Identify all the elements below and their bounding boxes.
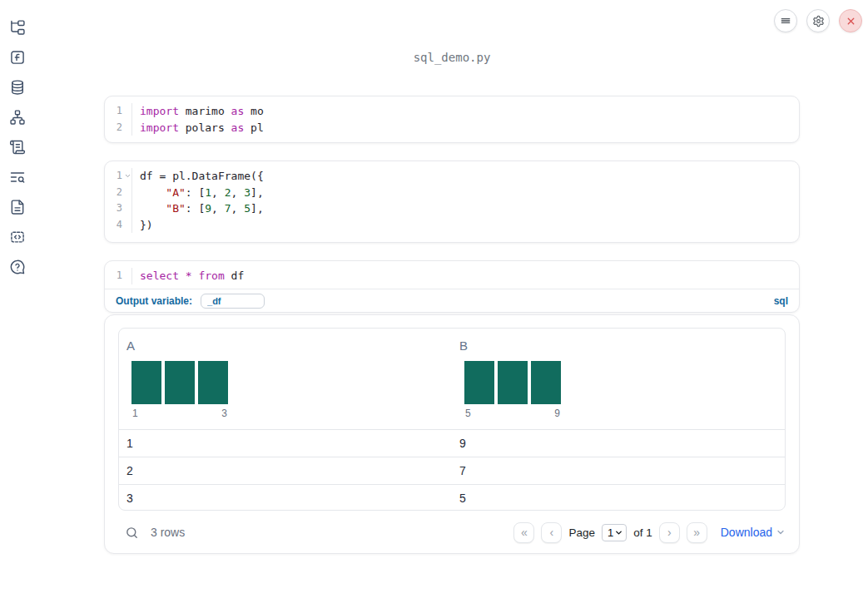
last-page-icon: » (693, 526, 700, 538)
cell-imports: 1 import marimo as mo 2 import polars as… (104, 96, 800, 143)
cell-value: 9 (452, 437, 785, 450)
line-number: 2 (105, 120, 132, 136)
cell-value: 7 (452, 464, 785, 477)
histogram-bar (165, 361, 195, 404)
column-b-histogram: 5 9 (464, 361, 561, 419)
hist-min-label: 1 (132, 408, 138, 419)
hist-max-label: 9 (554, 408, 560, 419)
sql-editor[interactable]: 1 select * from df (105, 261, 799, 284)
line-number: 3 (105, 200, 132, 217)
cell-value: 3 (119, 492, 452, 505)
settings-button[interactable] (806, 9, 830, 32)
table-row[interactable]: 3 5 (119, 484, 785, 511)
code-line: 4 }) (105, 217, 799, 234)
help-icon[interactable] (9, 259, 26, 275)
code-editor[interactable]: 1 df = pl.DataFrame({ 2 "A": [1, 2, 3], … (105, 161, 799, 233)
column-a-histogram: 1 3 (131, 361, 228, 419)
table-footer: 3 rows « ‹ Page 1 of 1 › » Download (105, 511, 799, 553)
cell-value: 1 (119, 437, 452, 450)
code-editor[interactable]: 1 import marimo as mo 2 import polars as… (105, 96, 799, 136)
next-page-button[interactable]: › (659, 522, 680, 543)
documentation-icon[interactable] (9, 199, 26, 215)
gear-icon (812, 15, 825, 27)
histogram-bar (464, 361, 494, 404)
line-number: 2 (105, 185, 132, 201)
menu-icon (780, 15, 791, 27)
line-number: 1 (105, 168, 132, 185)
column-header-a[interactable]: A 1 3 (119, 329, 452, 429)
logs-icon[interactable] (9, 139, 26, 156)
column-header-b[interactable]: B 5 9 (452, 329, 785, 429)
fold-chevron-down-icon[interactable] (124, 172, 131, 180)
menu-button[interactable] (774, 9, 797, 32)
table-output-card: A 1 3 B (104, 314, 800, 554)
code-line: 2 "A": [1, 2, 3], (105, 185, 799, 201)
histogram-bar (498, 361, 528, 404)
page-select[interactable]: 1 (602, 524, 627, 541)
notebook-actions (774, 9, 862, 32)
row-count: 3 rows (151, 526, 185, 539)
code-line: 2 import polars as pl (105, 120, 799, 136)
hist-max-label: 3 (221, 408, 227, 419)
dependencies-icon[interactable] (9, 109, 26, 126)
download-button[interactable]: Download (721, 526, 786, 539)
cell-dataframe: 1 df = pl.DataFrame({ 2 "A": [1, 2, 3], … (104, 161, 800, 243)
download-chevron-down-icon (776, 527, 786, 537)
line-number: 1 (105, 103, 132, 120)
snippets-icon[interactable] (9, 229, 26, 245)
histogram-bar (131, 361, 161, 404)
hist-min-label: 5 (465, 408, 471, 419)
datasources-icon[interactable] (9, 79, 26, 96)
search-icon[interactable] (125, 526, 139, 540)
variables-icon[interactable] (9, 49, 26, 66)
next-page-icon: › (667, 526, 672, 538)
prev-page-icon: ‹ (550, 526, 554, 538)
text-search-icon[interactable] (9, 169, 26, 185)
notebook-filename: sql_demo.py (104, 51, 800, 64)
table-header: A 1 3 B (119, 329, 785, 429)
line-number: 4 (105, 217, 132, 234)
histogram-bar (531, 361, 561, 404)
page-label: Page (568, 526, 595, 539)
line-number: 1 (105, 268, 132, 284)
page-of-label: of 1 (633, 526, 652, 539)
cell-value: 5 (452, 492, 785, 505)
sql-cell-footer: Output variable: sql (105, 289, 799, 313)
language-badge: sql (774, 295, 788, 307)
select-chevron-down-icon (614, 528, 623, 537)
download-label: Download (721, 526, 772, 539)
shutdown-button[interactable] (839, 9, 862, 32)
data-table: A 1 3 B (118, 328, 786, 511)
output-variable-input[interactable] (201, 294, 265, 309)
table-row[interactable]: 1 9 (119, 429, 785, 457)
code-line: 1 import marimo as mo (105, 103, 799, 120)
file-explorer-icon[interactable] (9, 19, 26, 36)
output-variable-label: Output variable: (116, 295, 192, 307)
close-icon (846, 16, 856, 27)
helper-sidebar (9, 19, 26, 275)
column-name: A (126, 339, 452, 353)
histogram-bar (198, 361, 228, 404)
column-name: B (459, 339, 785, 353)
first-page-button[interactable]: « (513, 522, 534, 543)
marimo-app: sql_demo.py 1 import marimo as mo 2 impo… (0, 0, 868, 593)
page-select-value: 1 (608, 526, 613, 539)
prev-page-button[interactable]: ‹ (541, 522, 562, 543)
table-row[interactable]: 2 7 (119, 457, 785, 484)
code-line: 1 df = pl.DataFrame({ (105, 168, 799, 185)
cell-sql: 1 select * from df Output variable: sql (104, 260, 800, 313)
last-page-button[interactable]: » (687, 522, 707, 543)
cell-value: 2 (119, 464, 452, 477)
code-line: 3 "B": [9, 7, 5], (105, 200, 799, 217)
first-page-icon: « (521, 526, 528, 538)
code-line: 1 select * from df (105, 268, 799, 284)
pagination: « ‹ Page 1 of 1 › » Download (513, 522, 786, 543)
